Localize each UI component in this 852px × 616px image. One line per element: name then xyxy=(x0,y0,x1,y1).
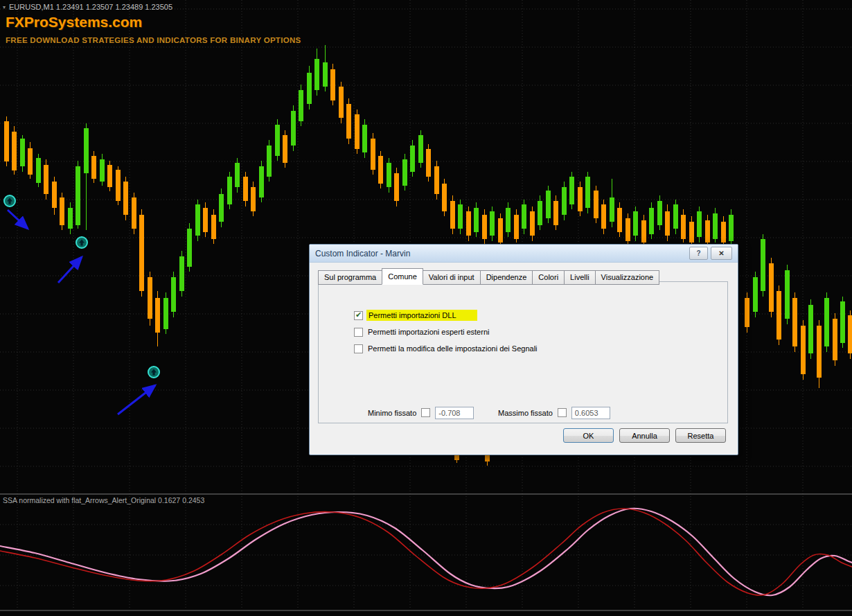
fixed-min-checkbox[interactable] xyxy=(421,408,430,417)
dialog-titlebar[interactable]: Custom Indicator - Marvin ? ✕ xyxy=(310,245,738,263)
signals-settings-label: Permetti la modifica delle impostazioni … xyxy=(368,344,538,353)
help-icon[interactable]: ? xyxy=(689,247,708,260)
fixed-min-group: Minimo fissato xyxy=(368,406,474,419)
brand-subtitle: FREE DOWNLOAD STRATEGIES AND INDICATORS … xyxy=(6,36,301,44)
indicator-name-label: SSA normalized with flat_Arrows_Alert_Or… xyxy=(3,496,204,504)
external-experts-label: Permetti importazioni esperti esterni xyxy=(368,328,489,336)
ok-button[interactable]: OK xyxy=(563,428,614,443)
dialog-title: Custom Indicator - Marvin xyxy=(315,249,686,258)
fixed-min-input[interactable] xyxy=(435,407,474,419)
annulla-button[interactable]: Annulla xyxy=(619,428,670,443)
tab-sul-programma[interactable]: Sul programma xyxy=(318,270,382,285)
signals-settings-checkbox[interactable] xyxy=(354,344,363,353)
external-experts-checkbox[interactable] xyxy=(354,328,363,337)
tab-comune[interactable]: Comune xyxy=(382,268,423,285)
tab-colori[interactable]: Colori xyxy=(532,270,565,285)
mt4-window: ▾ EURUSD,M1 1.23491 1.23507 1.23489 1.23… xyxy=(0,0,852,616)
chart-expand-icon[interactable]: ▾ xyxy=(3,4,6,10)
tab-livelli[interactable]: Livelli xyxy=(564,270,596,285)
fixed-max-checkbox[interactable] xyxy=(558,408,567,417)
dialog-tabs: Sul programma Comune Valori di input Dip… xyxy=(318,268,659,285)
dll-import-row: ✔ Permetti importazioni DLL xyxy=(354,310,477,321)
external-experts-row: Permetti importazioni esperti esterni xyxy=(354,326,489,337)
tab-dipendenze[interactable]: Dipendenze xyxy=(480,270,533,285)
dll-import-checkbox[interactable]: ✔ xyxy=(354,311,363,320)
close-icon[interactable]: ✕ xyxy=(711,247,732,260)
fixed-max-input[interactable] xyxy=(571,407,610,419)
fixed-max-group: Massimo fissato xyxy=(498,406,610,419)
signals-settings-row: Permetti la modifica delle impostazioni … xyxy=(354,343,538,354)
tab-valori-di-input[interactable]: Valori di input xyxy=(423,270,481,285)
dll-import-label: Permetti importazioni DLL xyxy=(366,310,477,321)
symbol-ohlc-text: EURUSD,M1 1.23491 1.23507 1.23489 1.2350… xyxy=(9,3,172,11)
custom-indicator-dialog: Custom Indicator - Marvin ? ✕ Sul progra… xyxy=(309,244,738,455)
symbol-ohlc-label: ▾ EURUSD,M1 1.23491 1.23507 1.23489 1.23… xyxy=(3,3,172,11)
check-icon: ✔ xyxy=(355,311,362,319)
fixed-max-label: Massimo fissato xyxy=(498,409,553,417)
fixed-min-label: Minimo fissato xyxy=(368,409,416,417)
resetta-button[interactable]: Resetta xyxy=(675,428,726,443)
brand-title: FXProSystems.com xyxy=(6,14,142,30)
tab-visualizzazione[interactable]: Visualizzazione xyxy=(595,270,660,285)
